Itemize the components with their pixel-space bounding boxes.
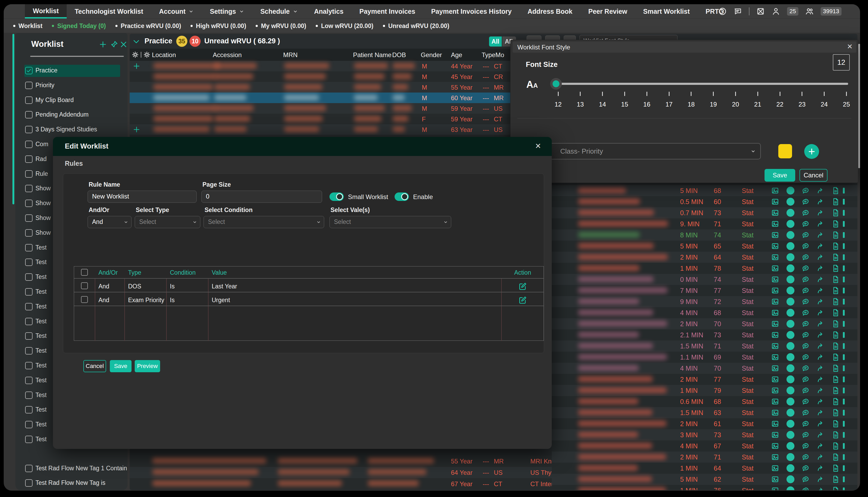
image-icon[interactable] [771,220,779,228]
column-header-age[interactable]: Age [451,51,462,59]
nav-item-smart-worklist[interactable]: Smart Worklist [635,4,698,18]
share-icon[interactable] [817,231,825,239]
study-row[interactable]: 0.6 MIN68StatR [552,396,857,407]
vr-icon[interactable]: R [786,420,795,428]
share-icon[interactable] [817,364,825,372]
study-row[interactable]: 8 MIN74StatR [552,229,857,241]
vr-icon[interactable]: R [786,409,795,417]
comment-icon[interactable] [802,398,810,406]
study-row[interactable]: 2 MIN61StatR [552,418,857,429]
report-icon[interactable] [832,287,840,295]
vr-icon[interactable]: R [786,442,795,450]
image-icon[interactable] [771,242,779,250]
wrvu-filter-my-wrvu-0-00-[interactable]: My wRVU (0.00) [256,23,306,30]
wrvu-filter-worklist[interactable]: Worklist [13,23,42,30]
checkbox[interactable] [25,200,32,207]
comment-icon[interactable] [802,264,810,272]
report-icon[interactable] [832,209,840,217]
toggle-enable[interactable] [395,193,409,201]
study-row[interactable]: 5 MIN68StatR [552,185,857,196]
color-swatch[interactable] [778,144,792,158]
study-row[interactable]: 4 MIN67StatR [552,440,857,452]
close-icon[interactable]: ✕ [535,142,541,151]
share-icon[interactable] [817,198,825,206]
report-icon[interactable] [832,398,840,406]
share-icon[interactable] [817,420,825,428]
column-header-gender[interactable]: Gender [421,51,442,59]
checkbox[interactable] [25,288,32,296]
vr-icon[interactable]: R [786,253,795,261]
close-icon[interactable]: ✕ [847,43,853,51]
comment-icon[interactable] [802,464,810,472]
study-row[interactable]: 2 MIN64StatR [552,252,857,263]
comment-icon[interactable] [802,298,810,306]
report-icon[interactable] [832,331,840,339]
image-icon[interactable] [771,375,779,383]
grid-row-checkbox[interactable] [81,282,88,289]
nav-item-account[interactable]: Account [151,4,202,18]
vr-icon[interactable]: R [786,475,795,483]
study-row[interactable]: 5 MIN65StatR [552,241,857,252]
report-icon[interactable] [832,309,840,317]
checkbox[interactable] [25,362,32,369]
share-icon[interactable] [817,242,825,250]
column-header-patient-name[interactable]: Patient Name [353,51,391,59]
comment-icon[interactable] [802,442,810,450]
share-icon[interactable] [817,453,825,461]
image-icon[interactable] [771,253,779,261]
checkbox[interactable] [25,347,32,355]
sidebar-item-test-rad-flow-new-tag-is[interactable]: Test Rad Flow New Tag is [15,477,127,489]
report-icon[interactable] [832,409,840,417]
save-button[interactable]: Save [110,360,132,372]
vr-icon[interactable]: R [786,386,795,395]
image-icon[interactable] [771,287,779,295]
study-row[interactable]: 1 MIN64StatR [552,463,857,474]
report-icon[interactable] [832,320,840,328]
nav-item-payment-invoices-history[interactable]: Payment Invoices History [423,4,520,18]
report-icon[interactable] [832,420,840,428]
study-row[interactable]: 3 MIN73StatR [552,429,857,440]
image-icon[interactable] [771,231,779,239]
comment-icon[interactable] [802,309,810,317]
expand-plus-icon[interactable] [133,126,140,133]
wrvu-filter-unread-wrvu-20-00-[interactable]: Unread wRVU (20.00) [383,23,449,30]
checkbox[interactable] [25,406,32,413]
checkbox[interactable] [25,155,32,163]
vr-icon[interactable]: R [786,275,795,283]
report-icon[interactable] [832,375,840,383]
image-icon[interactable] [771,442,779,450]
report-icon[interactable] [832,353,840,361]
study-row[interactable]: 0.7 MIN73StatR [552,207,857,218]
column-header-mrn[interactable]: MRN [283,51,298,59]
wrvu-filter-signed-today-0-[interactable]: Signed Today (0) [52,23,106,30]
study-row[interactable]: 7 MIN77StatR [552,285,857,296]
image-icon[interactable] [771,475,779,483]
study-row[interactable]: 0 MIN74StatR [552,274,857,285]
vr-icon[interactable]: R [786,464,795,472]
checkbox[interactable] [25,97,32,104]
wrvu-filter-high-wrvu-0-00-[interactable]: High wRVU (0.00) [191,23,246,30]
report-icon[interactable] [832,475,840,483]
image-icon[interactable] [771,187,779,195]
grid-row-checkbox[interactable] [81,296,88,303]
toggle-small-worklist[interactable] [329,193,344,201]
comment-icon[interactable] [802,242,810,250]
image-icon[interactable] [771,320,779,328]
checkbox[interactable] [25,465,32,472]
study-row[interactable]: 1.1 MIN69StatR [552,352,857,363]
sidebar-item-pending-addendum[interactable]: Pending Addendum [15,109,127,121]
vr-icon[interactable]: R [786,231,795,239]
comment-icon[interactable] [802,420,810,428]
add-style-button[interactable]: + [804,144,819,159]
share-icon[interactable] [817,409,825,417]
column-header-mo[interactable]: Mo [495,51,504,59]
select-select-vale-s-[interactable]: Select [329,216,451,228]
checkbox[interactable] [25,82,32,89]
study-row[interactable]: 4 MIN68StatR [552,307,857,318]
page-size-input[interactable]: 0 [202,190,322,203]
vr-icon[interactable]: R [786,309,795,317]
image-icon[interactable] [771,486,779,490]
grid-header-checkbox[interactable] [81,269,88,276]
font-size-slider-track[interactable] [552,83,848,85]
sidebar-item-test-rad-flow-new-tag-1-contains-b-[interactable]: Test Rad Flow New Tag 1 Contains B... [15,463,127,475]
